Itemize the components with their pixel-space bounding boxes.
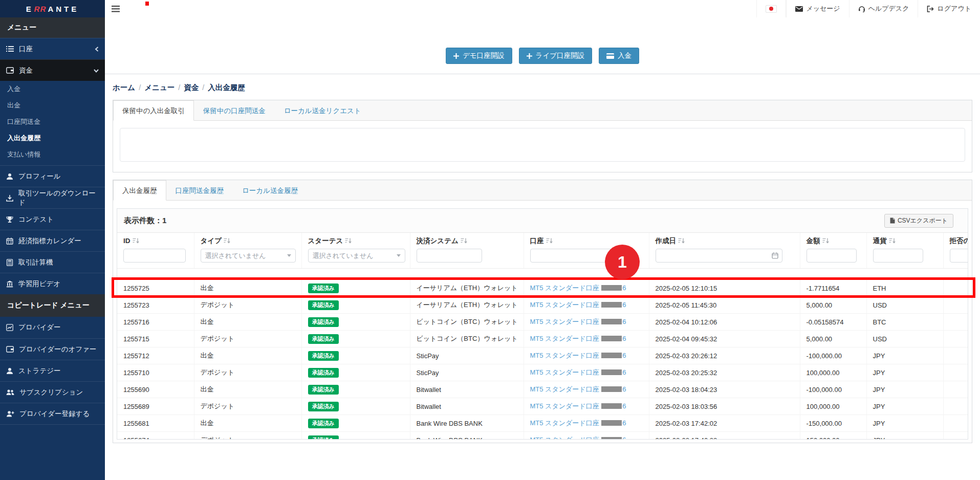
sort-icon	[546, 237, 553, 245]
sidebar-item-accounts[interactable]: 口座	[0, 38, 105, 59]
tab-internal-transfer-history[interactable]: 口座間送金履歴	[166, 180, 233, 200]
helpdesk-button[interactable]: ヘルプデスク	[849, 0, 918, 17]
cell-status: 承認済み	[301, 297, 410, 314]
account-link[interactable]: MT5 スタンダード口座 6	[530, 284, 626, 292]
filter-rejection-reason-input[interactable]	[950, 249, 968, 263]
account-link[interactable]: MT5 スタンダード口座 6	[530, 301, 626, 309]
account-link[interactable]: MT5 スタンダード口座 6	[530, 352, 626, 359]
open-demo-account-button[interactable]: デモ口座開設	[446, 48, 512, 64]
column-currency[interactable]: 通貨	[866, 233, 943, 247]
logout-button[interactable]: ログアウト	[918, 0, 980, 17]
cell-id: 1255723	[117, 297, 194, 314]
sort-icon	[133, 237, 139, 245]
tab-local-transfer-requests[interactable]: ローカル送金リクエスト	[275, 100, 371, 120]
account-link[interactable]: MT5 スタンダード口座 6	[530, 402, 626, 410]
account-link[interactable]: MT5 スタンダード口座 6	[530, 419, 626, 427]
column-status[interactable]: スターテス	[301, 233, 410, 247]
account-link[interactable]: MT5 スタンダード口座 6	[530, 385, 626, 393]
sidebar-subitem-deposit[interactable]: 入金	[0, 81, 105, 97]
column-amount[interactable]: 金額	[800, 233, 866, 247]
sidebar-subitem-payment-info[interactable]: 支払い情報	[0, 146, 105, 165]
filter-currency-input[interactable]	[873, 249, 923, 263]
sidebar-subitem-internal-transfer[interactable]: 口座間送金	[0, 114, 105, 130]
hamburger-menu-icon[interactable]	[112, 6, 120, 12]
cell-created-date: 2025-02-05 12:10:15	[649, 280, 800, 297]
tab-local-transfer-history[interactable]: ローカル送金履歴	[233, 180, 307, 200]
column-payment-system[interactable]: 決済システム	[410, 233, 524, 247]
filter-id-input[interactable]	[123, 249, 186, 263]
sidebar-item-trade-calculator[interactable]: 取引計算機	[0, 251, 105, 273]
filter-payment-system-input[interactable]	[417, 249, 482, 263]
table-row[interactable]: 1255715 デポジット 承認済み ビットコイン（BTC）ウォレット MT5 …	[117, 331, 968, 347]
funds-submenu: 入金 出金 口座間送金 入出金履歴 支払い情報	[0, 81, 105, 165]
breadcrumb-funds[interactable]: 資金	[184, 83, 199, 92]
table-row[interactable]: 1255712 出金 承認済み SticPay MT5 スタンダード口座 6 2…	[117, 347, 968, 364]
table-row[interactable]: 1255681 出金 承認済み Bank Wire DBS BANK MT5 ス…	[117, 415, 968, 432]
column-created-date[interactable]: 作成日	[649, 233, 800, 247]
cell-id: 1255715	[117, 331, 194, 347]
breadcrumb-menu[interactable]: メニュー	[144, 83, 175, 92]
filter-type-select[interactable]: 選択されていません	[201, 249, 296, 263]
column-rejection-reason[interactable]: 拒否の理由	[943, 233, 968, 247]
history-table-wrapper[interactable]: ID タイプ スターテス 決済システム 口座 作成日 金額 通貨 拒否の理由	[117, 233, 968, 440]
sidebar-item-download-tools[interactable]: 取引ツールのダウンロード	[0, 187, 105, 208]
tab-pending-transactions[interactable]: 保留中の入出金取引	[113, 100, 194, 121]
breadcrumb-home[interactable]: ホーム	[113, 83, 135, 92]
table-row[interactable]: 1255689 デポジット 承認済み Bitwallet MT5 スタンダード口…	[117, 398, 968, 415]
table-row[interactable]: 1255690 出金 承認済み Bitwallet MT5 スタンダード口座 6…	[117, 381, 968, 398]
history-table-card: 表示件数：1 CSVエクスポート ID タイプ	[117, 208, 968, 440]
tab-transaction-history[interactable]: 入出金履歴	[113, 180, 166, 201]
sidebar-item-funds[interactable]: 資金	[0, 59, 105, 81]
account-link[interactable]: MT5 スタンダード口座 6	[530, 335, 626, 342]
filter-amount-input[interactable]	[807, 249, 857, 263]
plus-icon	[453, 53, 459, 59]
helpdesk-label: ヘルプデスク	[868, 4, 909, 13]
csv-export-button[interactable]: CSVエクスポート	[884, 214, 953, 228]
download-icon	[6, 194, 13, 202]
table-row[interactable]: 1255723 デポジット 承認済み イーサリアム（ETH）ウォレット MT5 …	[117, 297, 968, 314]
cell-account: MT5 スタンダード口座 6	[524, 297, 649, 314]
sidebar-item-contest[interactable]: コンテスト	[0, 208, 105, 230]
account-link[interactable]: MT5 スタンダード口座 6	[530, 318, 626, 325]
redacted-account-number	[601, 369, 622, 375]
user-plus-icon	[6, 410, 14, 417]
sidebar-item-profile[interactable]: プロフィール	[0, 165, 105, 187]
cell-created-date: 2025-02-04 10:12:06	[649, 314, 800, 331]
deposit-button[interactable]: 入金	[599, 48, 639, 64]
logo-e: E	[26, 5, 34, 13]
sidebar-subitem-transaction-history[interactable]: 入出金履歴	[0, 130, 105, 146]
sidebar-item-strategies[interactable]: ストラテジー	[0, 360, 105, 381]
filter-status-select[interactable]: 選択されていません	[308, 249, 405, 263]
sort-icon	[461, 237, 467, 245]
sidebar-item-providers[interactable]: プロバイダー	[0, 317, 105, 338]
cell-payment-system: ビットコイン（BTC）ウォレット	[410, 314, 524, 331]
filter-created-date-input[interactable]	[656, 249, 782, 263]
table-row[interactable]: 1255725 出金 承認済み イーサリアム（ETH）ウォレット MT5 スタン…	[117, 280, 968, 297]
sidebar-item-label: プロバイダー登録する	[19, 409, 99, 419]
sidebar-item-provider-offers[interactable]: プロバイダーのオファー	[0, 338, 105, 360]
language-flag[interactable]	[756, 0, 786, 17]
table-row[interactable]: 1255674 デポジット 承認済み Bank Wire DBS BANK MT…	[117, 432, 968, 440]
sidebar-item-learning-videos[interactable]: 学習用ビデオ	[0, 273, 105, 294]
cell-amount: 100,000.00	[800, 398, 866, 415]
sidebar-item-subscriptions[interactable]: サブスクリプション	[0, 381, 105, 403]
cell-rejection-reason	[943, 347, 968, 364]
table-row[interactable]: 1255716 出金 承認済み ビットコイン（BTC）ウォレット MT5 スタン…	[117, 314, 968, 331]
sidebar-item-register-provider[interactable]: プロバイダー登録する	[0, 403, 105, 424]
sidebar-item-label: 取引計算機	[18, 258, 99, 267]
column-type[interactable]: タイプ	[194, 233, 301, 247]
table-row[interactable]: 1255710 デポジット 承認済み SticPay MT5 スタンダード口座 …	[117, 364, 968, 381]
sidebar-item-economic-calendar[interactable]: 経済指標カレンダー	[0, 230, 105, 251]
messages-button[interactable]: メッセージ	[786, 0, 848, 17]
tab-pending-internal-transfers[interactable]: 保留中の口座間送金	[194, 100, 275, 120]
calculator-icon	[6, 259, 13, 266]
column-id[interactable]: ID	[117, 233, 194, 247]
cell-id: 1255690	[117, 381, 194, 398]
column-account[interactable]: 口座	[524, 233, 649, 247]
sidebar-subitem-withdrawal[interactable]: 出金	[0, 97, 105, 114]
table-header-bar: 表示件数：1 CSVエクスポート	[117, 209, 968, 233]
account-link[interactable]: MT5 スタンダード口座 6	[530, 436, 626, 440]
account-link[interactable]: MT5 スタンダード口座 6	[530, 368, 626, 376]
open-live-account-button[interactable]: ライブ口座開設	[519, 48, 592, 64]
cell-status: 承認済み	[301, 381, 410, 398]
